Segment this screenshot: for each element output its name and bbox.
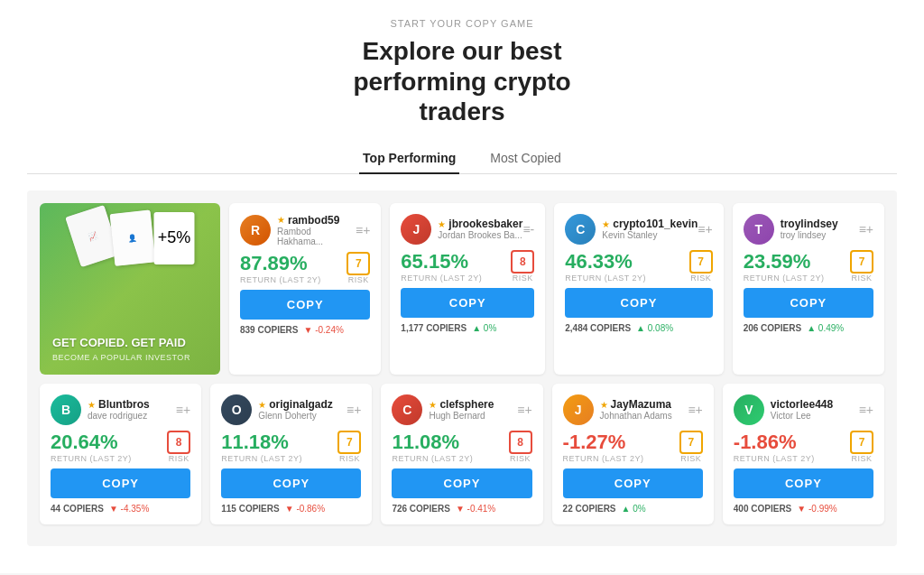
copiers-row: 400 COPIERS ▼ -0.99% (734, 504, 873, 514)
risk-label: RISK (509, 454, 532, 463)
return-label: RETURN (LAST 2Y) (392, 454, 473, 463)
risk-label: RISK (346, 275, 370, 284)
avatar: T (744, 214, 774, 245)
card-header: T troylindsey troy lindsey ≡+ (744, 214, 873, 245)
trader-card-jbrookesbaker: J ★ jbrookesbaker Jordan Brookes Ba... ≡… (390, 203, 545, 375)
return-row: 23.59% RETURN (LAST 2Y) 7 RISK (744, 250, 873, 283)
copiers-count: 206 COPIERS (744, 323, 801, 333)
star-badge: ★ (277, 215, 285, 225)
copiers-count: 726 COPIERS (392, 504, 449, 514)
trader-card-originalgadz: O ★ originalgadz Glenn Doherty ≡+ 11 (210, 384, 372, 524)
return-value: -1.86% (734, 431, 815, 454)
menu-icon[interactable]: ≡+ (698, 222, 712, 236)
return-label: RETURN (LAST 2Y) (563, 454, 644, 463)
card-header: O ★ originalgadz Glenn Doherty ≡+ (221, 394, 361, 425)
card-header: V victorlee448 Victor Lee ≡+ (734, 394, 873, 425)
tabs-row: Top Performing Most Copied (27, 144, 897, 174)
star-badge: ★ (438, 219, 446, 229)
avatar: J (563, 394, 594, 425)
menu-icon[interactable]: ≡+ (688, 403, 702, 417)
copy-button[interactable]: COPY (734, 468, 873, 498)
avatar: R (240, 215, 271, 246)
copy-button[interactable]: COPY (221, 468, 361, 498)
risk-label: RISK (850, 454, 873, 463)
return-value: 20.64% (51, 431, 132, 454)
avatar: B (51, 394, 81, 425)
avatar: O (221, 394, 252, 425)
copiers-row: 206 COPIERS ▲ 0.49% (744, 323, 873, 333)
header-section: START YOUR COPY GAME Explore our best pe… (27, 18, 897, 127)
hero-card-subtitle: BECOME A POPULAR INVESTOR (52, 353, 208, 362)
user-info: ★ clefsphere Hugh Bernard (429, 398, 494, 421)
card-header: B ★ Bluntbros dave rodriguez ≡+ (51, 394, 190, 425)
return-row: 11.18% RETURN (LAST 2Y) 7 RISK (221, 431, 361, 463)
username: victorlee448 (771, 398, 833, 411)
copy-button[interactable]: COPY (401, 288, 534, 318)
card-user: B ★ Bluntbros dave rodriguez (51, 394, 150, 425)
copy-button[interactable]: COPY (51, 468, 190, 498)
copiers-row: 1,177 COPIERS ▲ 0% (401, 323, 534, 333)
copiers-row: 22 COPIERS ▲ 0% (563, 504, 703, 514)
risk-badge: 7 (689, 250, 713, 274)
risk-badge: 7 (850, 431, 873, 454)
user-info: ★ originalgadz Glenn Doherty (258, 398, 333, 421)
copy-button[interactable]: COPY (744, 288, 873, 318)
change-value: ▼ -4.35% (109, 504, 149, 514)
card-user: C ★ crypto101_kevin Kevin Stanley (565, 214, 698, 245)
copy-button[interactable]: COPY (565, 288, 712, 318)
fullname: Hugh Bernard (429, 411, 494, 421)
avatar: C (565, 214, 596, 245)
menu-icon[interactable]: ≡+ (356, 223, 370, 237)
copiers-count: 44 COPIERS (51, 504, 104, 514)
return-label: RETURN (LAST 2Y) (744, 274, 825, 283)
return-row: 11.08% RETURN (LAST 2Y) 8 RISK (392, 431, 531, 463)
copiers-row: 726 COPIERS ▼ -0.41% (392, 504, 531, 514)
start-label: START YOUR COPY GAME (27, 18, 897, 29)
avatar: J (401, 214, 431, 245)
return-value: 87.89% (240, 252, 321, 275)
trader-card-crypto101: C ★ crypto101_kevin Kevin Stanley ≡+ (554, 203, 723, 375)
hero-card-title: GET COPIED. GET PAID (52, 336, 208, 351)
trader-card-jaymazuma: J ★ JayMazuma Johnathan Adams ≡+ -1. (552, 384, 714, 524)
card-user: J ★ JayMazuma Johnathan Adams (563, 394, 672, 425)
change-value: ▼ -0.86% (285, 504, 325, 514)
menu-icon[interactable]: ≡+ (176, 403, 190, 417)
tab-top-performing[interactable]: Top Performing (359, 144, 459, 174)
copy-button[interactable]: COPY (240, 290, 370, 320)
change-value: ▲ 0% (622, 504, 646, 514)
copy-button[interactable]: COPY (563, 468, 703, 498)
cards-section: 📈 👤 +5% GET COPIED. GET PAID BECOME A PO… (27, 190, 897, 546)
menu-icon[interactable]: ≡+ (517, 403, 531, 417)
menu-icon[interactable]: ≡- (522, 222, 534, 236)
return-label: RETURN (LAST 2Y) (221, 454, 302, 463)
card-header: J ★ JayMazuma Johnathan Adams ≡+ (563, 394, 703, 425)
username: clefsphere (439, 398, 494, 411)
risk-label: RISK (679, 454, 703, 463)
copiers-count: 400 COPIERS (734, 504, 791, 514)
copiers-count: 839 COPIERS (240, 325, 298, 335)
return-value: 65.15% (401, 250, 482, 274)
return-value: 23.59% (744, 250, 825, 274)
trader-card-victorlee448: V victorlee448 Victor Lee ≡+ -1.86% RETU (723, 384, 884, 524)
fullname: Johnathan Adams (600, 411, 672, 421)
change-value: ▲ 0% (472, 323, 496, 333)
menu-icon[interactable]: ≡+ (346, 403, 361, 417)
copy-button[interactable]: COPY (392, 468, 531, 498)
page-container: START YOUR COPY GAME Explore our best pe… (0, 0, 924, 573)
menu-icon[interactable]: ≡+ (859, 222, 873, 236)
username: jbrookesbaker (448, 218, 522, 230)
fullname: Jordan Brookes Ba... (438, 230, 522, 240)
menu-icon[interactable]: ≡+ (859, 403, 873, 417)
change-value: ▼ -0.41% (456, 504, 495, 514)
copiers-count: 1,177 COPIERS (401, 323, 467, 333)
card-header: C ★ crypto101_kevin Kevin Stanley ≡+ (565, 214, 712, 245)
change-value: ▼ -0.24% (303, 325, 343, 335)
return-row: -1.27% RETURN (LAST 2Y) 7 RISK (563, 431, 703, 463)
return-label: RETURN (LAST 2Y) (401, 274, 482, 283)
trader-card-clefsphere: C ★ clefsphere Hugh Bernard ≡+ 11.08 (381, 384, 542, 524)
tab-most-copied[interactable]: Most Copied (486, 144, 565, 174)
card-user: V victorlee448 Victor Lee (734, 394, 833, 425)
avatar: C (392, 394, 422, 425)
username: rambod59 (288, 214, 339, 227)
star-badge: ★ (429, 400, 437, 410)
